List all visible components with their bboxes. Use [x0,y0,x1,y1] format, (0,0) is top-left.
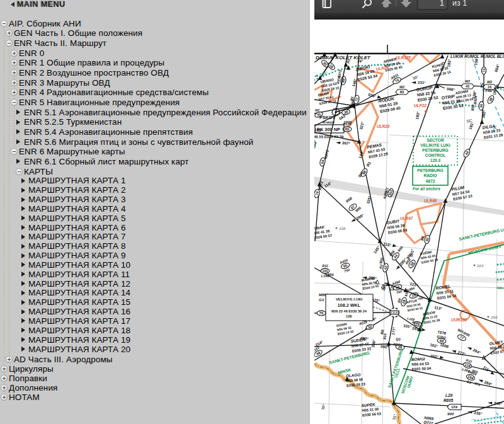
svg-text:ULR125: ULR125 [396,55,411,60]
svg-text:W2: W2 [465,79,470,83]
svg-text:RADIO: RADIO [423,173,437,178]
svg-text:CONTROL: CONTROL [425,153,446,158]
svg-text:W2: W2 [399,85,404,89]
svg-text:PETERBURG: PETERBURG [422,148,448,152]
svg-text:4672: 4672 [425,179,435,183]
svg-text:12E: 12E [346,314,352,318]
svg-text:UUR190: UUR190 [451,318,467,322]
svg-text:900: 900 [447,411,454,416]
svg-text:80: 80 [400,90,404,94]
svg-text:ULP22: ULP22 [414,103,427,108]
svg-text:74: 74 [482,68,486,72]
svg-text:Kresty: Kresty [323,120,335,124]
svg-text:400v: 400v [496,286,504,290]
svg-text:45: 45 [466,84,470,88]
svg-text:L29: L29 [445,393,452,398]
svg-text:294: 294 [490,315,498,319]
svg-text:338: 338 [339,226,346,231]
svg-text:N56 22 46 E030 36 24: N56 22 46 E030 36 24 [331,309,367,313]
svg-text:860: 860 [328,273,334,277]
svg-text:из 1: из 1 [452,0,467,8]
svg-text:R11: R11 [322,264,328,268]
svg-text:LUKIR RUMOL RUMOL BLUFA: LUKIR RUMOL RUMOL BLUFA [450,54,504,59]
svg-text:76: 76 [319,311,324,315]
svg-text:108.2 WKL: 108.2 WKL [338,302,361,308]
svg-text:129.3: 129.3 [430,158,441,163]
svg-text:G3: G3 [319,298,324,302]
svg-text:For all sectors: For all sectors [413,186,440,191]
svg-text:129: 129 [451,405,458,409]
svg-text:BOMGI: BOMGI [411,357,425,362]
svg-text:ULR47: ULR47 [400,216,413,221]
svg-text:VELIKIYE LUKI: VELIKIYE LUKI [336,297,363,301]
svg-text:180°: 180° [492,86,497,95]
svg-text:850: 850 [471,105,475,111]
svg-text:322: 322 [477,263,484,268]
svg-text:1: 1 [440,0,444,8]
svg-text:N2: N2 [315,108,320,112]
svg-text:DOMUK KOLET KOLET: DOMUK KOLET KOLET [316,55,371,60]
svg-text:ULR20: ULR20 [377,124,390,129]
svg-text:SECTOR: SECTOR [427,138,444,142]
svg-text:46 55 E028 23 39: 46 55 E028 23 39 [314,135,344,139]
svg-text:ULR46: ULR46 [424,198,437,203]
svg-text:092°: 092° [381,344,389,349]
svg-text:267°: 267° [342,140,351,146]
svg-text:Q722: Q722 [423,420,434,424]
svg-text:PK 300 NP: PK 300 NP [317,127,340,132]
svg-text:PETERBURG: PETERBURG [417,168,443,173]
svg-text:1000: 1000 [343,120,352,124]
svg-text:248°: 248° [494,401,503,406]
svg-text:W2: W2 [487,80,492,84]
svg-text:231°: 231° [418,80,426,84]
svg-text:VELIKIYE LUKI: VELIKIYE LUKI [420,143,450,147]
svg-text:R805: R805 [444,398,454,403]
svg-text:60: 60 [345,127,349,131]
